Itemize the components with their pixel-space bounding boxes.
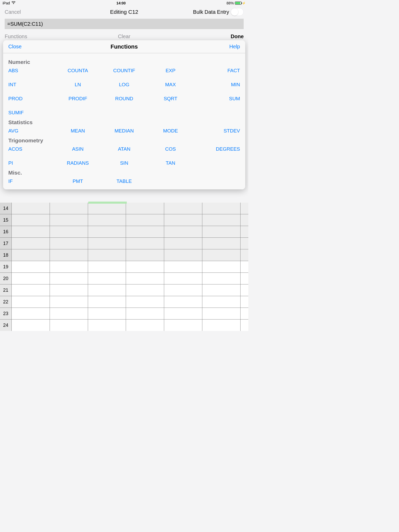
cell[interactable] [202,308,241,319]
functions-button[interactable]: Functions [5,34,27,39]
function-asin[interactable]: ASIN [55,146,101,152]
function-degrees[interactable]: DEGREES [194,146,240,152]
cell[interactable] [126,203,164,214]
function-sqrt[interactable]: SQRT [147,96,194,102]
function-sum[interactable]: SUM [194,96,240,102]
row-header[interactable]: 22 [0,296,12,308]
function-int[interactable]: INT [8,82,55,88]
row-header[interactable]: 14 [0,203,12,214]
function-exp[interactable]: EXP [147,68,194,74]
cell[interactable] [12,238,50,249]
cell[interactable] [241,203,248,214]
cell[interactable] [241,273,248,284]
cell[interactable] [202,249,241,261]
cell[interactable] [12,308,50,319]
cell[interactable] [50,214,88,226]
cell[interactable] [50,226,88,237]
function-median[interactable]: MEDIAN [101,128,147,134]
function-prod[interactable]: PROD [8,96,55,102]
spreadsheet[interactable]: 1415161718192021222324 [0,203,248,331]
cell[interactable] [50,273,88,284]
close-button[interactable]: Close [8,44,22,50]
function-abs[interactable]: ABS [8,68,55,74]
cell[interactable] [126,249,164,261]
cell[interactable] [164,320,202,331]
cell[interactable] [88,273,126,284]
cell[interactable] [88,249,126,261]
cell[interactable] [164,214,202,226]
row-header[interactable]: 15 [0,214,12,226]
help-button[interactable]: Help [229,44,240,50]
cell[interactable] [88,238,126,249]
function-if[interactable]: IF [8,178,55,184]
cell[interactable] [12,214,50,226]
bulk-data-switch[interactable] [231,8,244,16]
cell[interactable] [126,226,164,237]
cell[interactable] [241,238,248,249]
function-countif[interactable]: COUNTIF [101,68,147,74]
cell[interactable] [202,320,241,331]
cell[interactable] [241,249,248,261]
cell[interactable] [241,214,248,226]
formula-input[interactable]: =SUM(C2:C11) [5,19,244,29]
row-header[interactable]: 16 [0,226,12,237]
cell[interactable] [202,214,241,226]
cell[interactable] [126,308,164,319]
cell[interactable] [164,238,202,249]
function-table[interactable]: TABLE [101,178,147,184]
function-ln[interactable]: LN [55,82,101,88]
cell[interactable] [88,203,126,214]
cell[interactable] [202,203,241,214]
cell[interactable] [50,296,88,308]
cell[interactable] [50,284,88,296]
cell[interactable] [88,261,126,272]
cell[interactable] [241,320,248,331]
cell[interactable] [164,284,202,296]
cell[interactable] [88,320,126,331]
cell[interactable] [88,296,126,308]
cell[interactable] [50,320,88,331]
function-tan[interactable]: TAN [147,160,194,166]
cell[interactable] [88,308,126,319]
cell[interactable] [241,261,248,272]
cell[interactable] [164,261,202,272]
cell[interactable] [126,261,164,272]
clear-button[interactable]: Clear [118,34,130,39]
row-header[interactable]: 19 [0,261,12,272]
cell[interactable] [202,296,241,308]
row-header[interactable]: 17 [0,238,12,249]
function-pmt[interactable]: PMT [55,178,101,184]
cell[interactable] [88,284,126,296]
cell[interactable] [164,296,202,308]
cell[interactable] [126,273,164,284]
cell[interactable] [12,273,50,284]
cell[interactable] [202,261,241,272]
row-header[interactable]: 21 [0,284,12,296]
cell[interactable] [241,296,248,308]
cell[interactable] [50,249,88,261]
cell[interactable] [12,296,50,308]
function-sin[interactable]: SIN [101,160,147,166]
cancel-button[interactable]: Cancel [5,9,21,15]
cell[interactable] [126,238,164,249]
done-button[interactable]: Done [231,34,244,39]
function-mode[interactable]: MODE [147,128,194,134]
cell[interactable] [50,203,88,214]
cell[interactable] [164,226,202,237]
row-header[interactable]: 23 [0,308,12,319]
cell[interactable] [241,226,248,237]
cell[interactable] [164,273,202,284]
function-min[interactable]: MIN [194,82,240,88]
function-mean[interactable]: MEAN [55,128,101,134]
cell[interactable] [50,261,88,272]
cell[interactable] [12,249,50,261]
cell[interactable] [202,284,241,296]
cell[interactable] [12,226,50,237]
cell[interactable] [164,203,202,214]
cell[interactable] [50,308,88,319]
cell[interactable] [126,320,164,331]
function-round[interactable]: ROUND [101,96,147,102]
cell[interactable] [241,308,248,319]
function-log[interactable]: LOG [101,82,147,88]
cell[interactable] [12,261,50,272]
